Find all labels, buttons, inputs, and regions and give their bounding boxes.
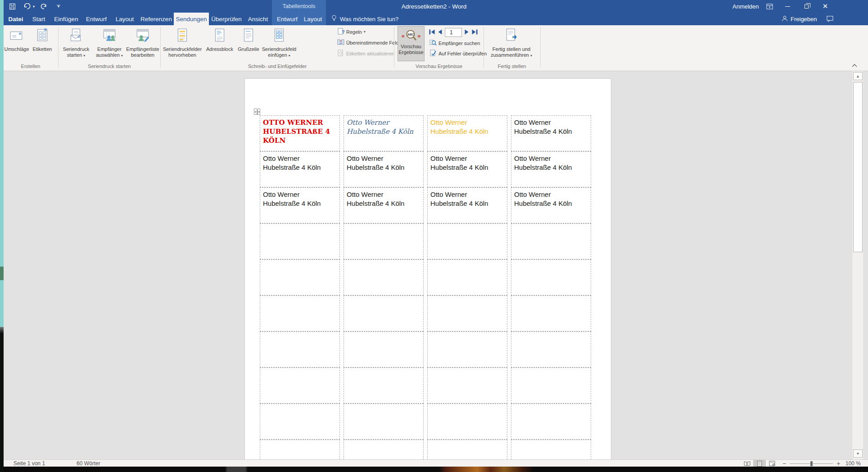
label-cell-empty[interactable] [344,440,424,459]
auf-fehler-ueberpruefen-button[interactable]: Auf Fehler überprüfen [428,49,488,58]
ribbon-display-options-icon[interactable] [762,0,777,13]
label-cell-empty[interactable] [260,404,340,440]
seriendruck-starten-button[interactable]: Seriendruckstarten ▾ [59,26,93,60]
label-cell-empty[interactable] [260,440,340,459]
scroll-down-icon[interactable]: ▼ [853,449,863,458]
label-cell-plain[interactable]: Otto Werner Hubelstraße 4 Köln [260,187,340,223]
seriendruckfeld-einfuegen-button[interactable]: Seriendruckfeldeinfügen ▾ [261,26,297,60]
zoom-in-icon[interactable]: + [836,460,840,467]
vorschau-ergebnisse-toggle[interactable]: « ABC » VorschauErgebnisse [398,26,425,61]
collapse-ribbon-icon[interactable] [850,62,859,68]
label-cell-empty[interactable] [344,331,424,368]
zoom-slider-thumb[interactable] [810,461,813,466]
label-cell-blue-script[interactable]: Otto Werner Hubelstraße 4 Köln [344,115,424,151]
empfaenger-suchen-button[interactable]: Empfänger suchen [428,38,481,48]
label-cell-empty[interactable] [511,223,591,259]
comments-icon[interactable] [823,13,836,25]
minimize-icon[interactable] [780,0,795,13]
label-cell-empty[interactable] [427,295,507,331]
next-record-icon[interactable] [465,28,469,36]
tab-start[interactable]: Start [27,13,50,25]
save-icon[interactable] [7,1,17,11]
record-number-input[interactable]: 1 [445,28,462,37]
label-cell-gold[interactable]: Otto Werner Hubelstraße 4 Köln [427,115,507,151]
label-cell-empty[interactable] [344,404,424,440]
share-button[interactable]: Freigeben [782,13,817,25]
vertical-scrollbar[interactable]: ▲ ▼ [852,71,863,459]
label-cell-plain[interactable]: Otto Werner Hubelstraße 4 Köln [427,187,507,223]
zoom-slider[interactable] [790,463,833,464]
tab-layout[interactable]: Layout [111,13,139,25]
web-layout-icon[interactable] [766,460,778,467]
label-cell-red-caps[interactable]: OTTO WERNER HUBELSTRAßE 4 KÖLN [260,115,340,151]
word-count[interactable]: 60 Wörter [77,460,100,467]
scroll-up-icon[interactable]: ▲ [853,72,863,80]
label-cell-empty[interactable] [511,368,591,404]
last-record-icon[interactable] [472,28,478,36]
tab-tabellentools-layout[interactable]: Layout [301,13,325,25]
label-cell-empty[interactable] [344,259,424,295]
tab-sendungen-active[interactable]: Sendungen [174,13,209,25]
page-indicator[interactable]: Seite 1 von 1 [14,460,45,467]
table-move-handle[interactable] [254,109,260,115]
label-cell-plain[interactable]: Otto Werner Hubelstraße 4 Köln [344,187,424,223]
redo-icon[interactable] [39,1,49,11]
fertig-stellen-zusammenfuehren-button[interactable]: Fertig stellen undzusammenführen ▾ [486,26,537,60]
tab-ansicht[interactable]: Ansicht [244,13,272,25]
label-cell-plain[interactable]: Otto Werner Hubelstraße 4 Köln [511,115,591,151]
label-cell-empty[interactable] [344,223,424,259]
label-cell-plain[interactable]: Otto Werner Hubelstraße 4 Köln [260,151,340,187]
tab-tabellentools-entwurf[interactable]: Entwurf [274,13,301,25]
label-cell-empty[interactable] [260,331,340,368]
empfaenger-auswaehlen-button[interactable]: Empfängerauswählen ▾ [93,26,126,60]
label-cell-empty[interactable] [260,368,340,404]
label-cell-empty[interactable] [427,368,507,404]
undo-dropdown-icon[interactable]: ▾ [33,5,35,9]
tab-ueberpruefen[interactable]: Überprüfen [209,13,244,25]
label-cell-empty[interactable] [260,259,340,295]
label-cell-empty[interactable] [427,440,507,459]
regeln-button[interactable]: ? Regeln ▾ [336,27,393,36]
customize-quick-access-icon[interactable]: ▾ [54,1,63,11]
read-mode-icon[interactable] [741,460,753,467]
label-cell-empty[interactable] [511,440,591,459]
label-cell-empty[interactable] [427,404,507,440]
label-cell-empty[interactable] [511,331,591,368]
label-cell-empty[interactable] [427,331,507,368]
first-record-icon[interactable] [429,28,435,36]
label-cell-empty[interactable] [260,295,340,331]
label-cell-empty[interactable] [511,259,591,295]
label-cell-plain[interactable]: Otto Werner Hubelstraße 4 Köln [427,151,507,187]
seriendruckfelder-hervorheben-button[interactable]: Seriendruckfelderhervorheben [161,26,203,60]
tab-datei[interactable]: Datei [5,13,27,25]
grusszeile-button[interactable]: Grußzeile [236,26,261,60]
label-cell-empty[interactable] [511,295,591,331]
tab-einfuegen[interactable]: Einfügen [50,13,82,25]
label-cell-empty[interactable] [344,295,424,331]
previous-record-icon[interactable] [438,28,442,36]
label-cell-plain[interactable]: Otto Werner Hubelstraße 4 Köln [511,151,591,187]
label-cell-plain[interactable]: Otto Werner Hubelstraße 4 Köln [344,151,424,187]
close-icon[interactable]: ✕ [818,0,833,13]
tell-me-box[interactable]: Was möchten Sie tun? [331,13,398,25]
restore-icon[interactable] [799,0,814,13]
label-cell-empty[interactable] [260,223,340,259]
tab-referenzen[interactable]: Referenzen [139,13,174,25]
label-cell-empty[interactable] [427,223,507,259]
empfaengerliste-bearbeiten-button[interactable]: Empfängerlistebearbeiten [126,26,160,60]
scrollbar-thumb[interactable] [853,82,863,252]
umschlaege-button[interactable]: Umschläge [4,26,30,60]
zoom-percentage[interactable]: 100 % [845,460,861,467]
etiketten-button[interactable]: Etiketten [30,26,55,60]
adressblock-button[interactable]: Adressblock [203,26,236,60]
print-layout-icon[interactable] [753,460,766,467]
label-cell-empty[interactable] [511,404,591,440]
label-cell-plain[interactable]: Otto Werner Hubelstraße 4 Köln [511,187,591,223]
undo-icon[interactable] [22,1,32,11]
label-cell-empty[interactable] [427,259,507,295]
signin-button[interactable]: Anmelden [732,0,759,13]
tab-entwurf[interactable]: Entwurf [82,13,111,25]
zoom-out-icon[interactable]: − [782,460,786,467]
label-cell-empty[interactable] [344,368,424,404]
uebereinstimmende-felder-button[interactable]: Übereinstimmende Felder festlegen [336,38,393,47]
